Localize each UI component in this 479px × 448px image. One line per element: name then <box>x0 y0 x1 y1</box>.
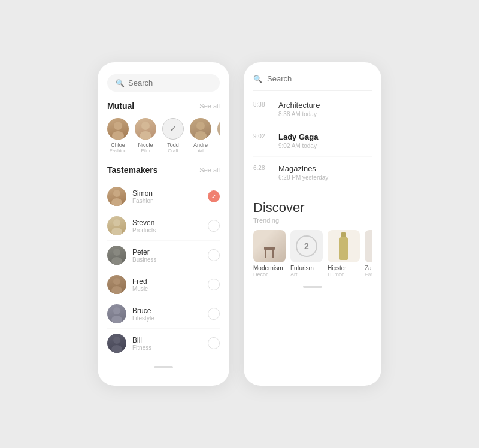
svg-point-2 <box>141 122 150 130</box>
taster-info-peter: Peter Business <box>132 248 208 263</box>
taster-item-bill[interactable]: Bill Fitness <box>107 329 220 358</box>
mutual-name-todd: Todd <box>167 142 179 148</box>
msg-item-architecture[interactable]: 8:38 Architecture 8:38 AM today <box>253 93 372 125</box>
tastemakers-list: Simon Fashion Steven Products <box>107 182 220 358</box>
discover-cat-hipster: Humor <box>328 271 360 277</box>
avatar-simon <box>107 187 126 206</box>
svg-point-16 <box>113 307 120 314</box>
discover-item-modernism[interactable]: Modernism Decor <box>253 230 286 277</box>
svg-point-17 <box>111 316 122 323</box>
mutual-see-all[interactable]: See all <box>199 102 220 110</box>
home-bar-left <box>107 358 220 371</box>
taster-item-bruce[interactable]: Bruce Lifestyle <box>107 299 220 329</box>
discover-item-hipster[interactable]: Hipster Humor <box>328 230 360 277</box>
mutual-header: Mutual See all <box>107 101 220 111</box>
taster-item-fred[interactable]: Fred Music <box>107 270 220 299</box>
search-bar-left[interactable]: 🔍 <box>107 74 220 92</box>
svg-point-0 <box>114 122 122 130</box>
avatar-steven <box>107 216 126 235</box>
tastemakers-see-all[interactable]: See all <box>199 167 220 174</box>
mutual-item-andre[interactable]: Andre Art <box>190 118 211 153</box>
discover-cat-futurism: Art <box>290 271 323 277</box>
search-input-left[interactable] <box>128 78 211 87</box>
svg-point-5 <box>195 131 207 140</box>
search-icon-right: 🔍 <box>253 75 262 83</box>
avatar-peter <box>107 246 126 265</box>
taster-check-peter[interactable] <box>208 249 220 261</box>
right-phone: 🔍 8:38 Architecture 8:38 AM today 9:02 L… <box>244 62 381 386</box>
svg-point-3 <box>140 131 151 140</box>
avatar-bill <box>107 334 126 353</box>
taster-name-steven: Steven <box>132 219 208 227</box>
taster-check-steven[interactable] <box>208 220 220 232</box>
taster-sub-steven: Products <box>132 227 208 234</box>
svg-point-12 <box>113 249 120 256</box>
mutual-name-nicole: Nicole <box>138 142 153 148</box>
msg-time-ladygaga: 9:02 <box>253 132 270 140</box>
discover-subtitle: Trending <box>253 217 372 224</box>
taster-info-bruce: Bruce Lifestyle <box>132 307 208 322</box>
taster-name-peter: Peter <box>132 248 208 256</box>
msg-name-ladygaga: Lady Gaga <box>278 132 318 141</box>
search-input-right[interactable] <box>267 74 372 83</box>
msg-item-ladygaga[interactable]: 9:02 Lady Gaga 9:02 AM today <box>253 125 372 157</box>
taster-sub-bruce: Lifestyle <box>132 315 208 322</box>
taster-name-bruce: Bruce <box>132 307 208 315</box>
svg-point-18 <box>113 337 120 344</box>
svg-point-8 <box>113 190 120 197</box>
mutual-item-todd[interactable]: ✓ Todd Craft <box>162 118 184 153</box>
clock-icon: 2 <box>296 235 317 257</box>
taster-check-fred[interactable] <box>208 279 220 290</box>
taster-check-bill[interactable] <box>208 337 220 349</box>
mutual-sub-nicole: Film <box>141 148 150 153</box>
discover-thumb-futurism: 2 <box>290 230 323 262</box>
discover-item-futurism[interactable]: 2 Futurism Art <box>290 230 323 277</box>
msg-time-magazines: 6:28 <box>253 164 270 171</box>
svg-point-13 <box>111 257 122 265</box>
taster-info-simon: Simon Fashion <box>132 189 208 204</box>
discover-thumb-modernism <box>253 230 286 262</box>
mutual-item-nicole[interactable]: Nicole Film <box>135 118 156 153</box>
taster-item-steven[interactable]: Steven Products <box>107 211 220 241</box>
taster-sub-fred: Music <box>132 286 208 292</box>
taster-item-peter[interactable]: Peter Business <box>107 241 220 270</box>
msg-item-magazines[interactable]: 6:28 Magazines 6:28 PM yesterday <box>253 157 372 188</box>
taster-sub-peter: Business <box>132 256 208 263</box>
tastemakers-header: Tastemakers See all <box>107 165 220 175</box>
msg-meta-magazines: 6:28 PM yesterday <box>278 174 328 181</box>
taster-check-simon[interactable] <box>208 190 220 202</box>
search-bar-right[interactable]: 🔍 <box>253 74 372 91</box>
avatar-fred <box>107 275 126 294</box>
discover-thumb-zara <box>365 230 372 262</box>
stool-icon <box>264 247 275 260</box>
svg-point-9 <box>111 198 122 206</box>
avatar-nicole <box>135 118 156 140</box>
home-bar-right <box>253 277 372 290</box>
msg-time-architecture: 8:38 <box>253 101 270 108</box>
msg-name-architecture: Architecture <box>278 101 320 110</box>
home-indicator-right <box>303 286 322 288</box>
discover-name-modernism: Modernism <box>253 265 286 271</box>
discover-section: Discover Trending Modernism <box>253 200 372 277</box>
mutual-sub-chloe: Fashion <box>110 148 126 153</box>
home-indicator-left <box>154 366 173 368</box>
left-phone: 🔍 Mutual See all Chloe Fashion <box>98 62 229 386</box>
app-container: 🔍 Mutual See all Chloe Fashion <box>74 38 405 410</box>
taster-item-simon[interactable]: Simon Fashion <box>107 182 220 211</box>
search-icon-left: 🔍 <box>116 79 125 87</box>
msg-content-ladygaga: Lady Gaga 9:02 AM today <box>278 132 318 149</box>
svg-point-19 <box>111 345 122 353</box>
discover-name-futurism: Futurism <box>290 265 323 271</box>
mutual-name-chloe: Chloe <box>111 142 125 148</box>
svg-point-15 <box>111 286 122 294</box>
taster-name-bill: Bill <box>132 336 208 344</box>
mutual-sub-todd: Craft <box>168 148 178 153</box>
discover-item-zara[interactable]: Zara Fash <box>365 230 372 277</box>
taster-check-bruce[interactable] <box>208 308 220 320</box>
mutual-item-chloe[interactable]: Chloe Fashion <box>107 118 129 153</box>
discover-row: Modernism Decor 2 Futurism Art <box>253 230 372 277</box>
taster-info-steven: Steven Products <box>132 219 208 234</box>
avatar-stan <box>217 118 220 140</box>
mutual-item-stan[interactable]: Stan Humor <box>217 118 220 153</box>
taster-name-fred: Fred <box>132 277 208 286</box>
